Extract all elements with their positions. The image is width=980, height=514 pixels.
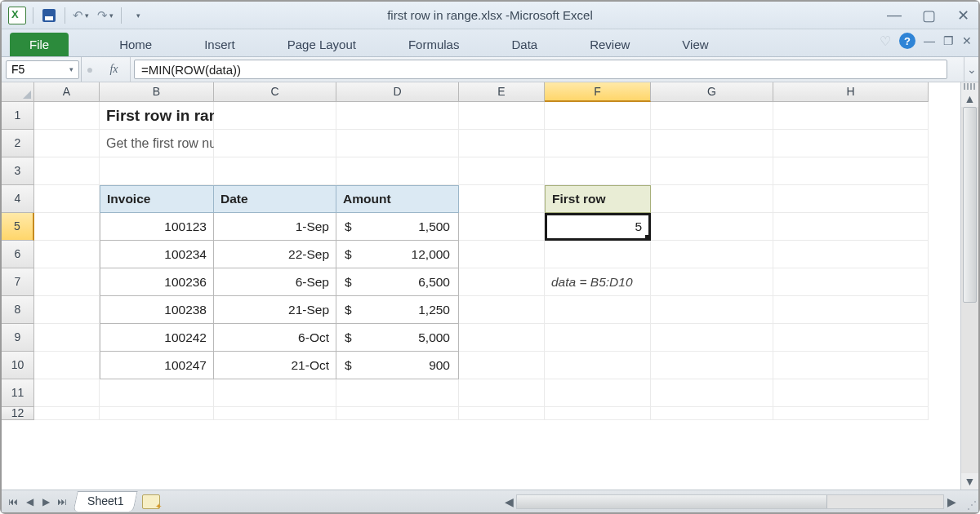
cell[interactable]: [651, 324, 773, 352]
col-header-f[interactable]: F: [545, 82, 651, 102]
file-tab[interactable]: File: [10, 33, 69, 56]
table-cell[interactable]: 1-Sep: [214, 213, 336, 241]
insert-function-button[interactable]: fx: [98, 57, 131, 82]
cell[interactable]: [214, 379, 336, 407]
sheet-nav-first[interactable]: ⏮: [5, 496, 21, 507]
tab-home[interactable]: Home: [111, 33, 160, 56]
result-header[interactable]: First row: [545, 185, 651, 213]
tab-view[interactable]: View: [674, 33, 716, 56]
close-button[interactable]: ✕: [954, 7, 972, 24]
tab-page-layout[interactable]: Page Layout: [279, 33, 364, 56]
cell[interactable]: [34, 185, 100, 213]
cell[interactable]: [34, 213, 100, 241]
cell[interactable]: [34, 157, 100, 185]
cell[interactable]: [459, 213, 545, 241]
scroll-down-icon[interactable]: ▼: [961, 473, 978, 490]
table-cell[interactable]: 6-Oct: [214, 324, 336, 352]
row-header[interactable]: 12: [2, 407, 34, 420]
table-cell[interactable]: $900: [336, 352, 459, 379]
title-cell[interactable]: First row in range: [100, 102, 214, 130]
cell[interactable]: [214, 407, 336, 420]
cell[interactable]: [34, 352, 100, 379]
cell[interactable]: [459, 241, 545, 268]
col-header-b[interactable]: B: [100, 82, 214, 102]
cell[interactable]: [773, 185, 929, 213]
cell[interactable]: [100, 157, 214, 185]
workbook-minimize[interactable]: —: [924, 34, 935, 47]
row-header[interactable]: 6: [2, 241, 34, 268]
cell[interactable]: [773, 241, 929, 268]
col-header-h[interactable]: H: [773, 82, 929, 102]
redo-button[interactable]: ↷▾: [96, 7, 114, 24]
cell[interactable]: [34, 102, 100, 130]
cell[interactable]: [545, 407, 651, 420]
tab-insert[interactable]: Insert: [196, 33, 243, 56]
resize-grip-icon[interactable]: ⋰: [967, 499, 977, 511]
scroll-thumb[interactable]: [963, 107, 977, 303]
cell[interactable]: [459, 352, 545, 379]
table-header-amount[interactable]: Amount: [336, 185, 459, 213]
tab-review[interactable]: Review: [581, 33, 638, 56]
table-cell[interactable]: 100234: [100, 241, 214, 268]
cell[interactable]: [773, 157, 929, 185]
table-header-invoice[interactable]: Invoice: [100, 185, 214, 213]
table-cell[interactable]: 100236: [100, 268, 214, 296]
horizontal-scrollbar[interactable]: ◀ ▶: [501, 494, 959, 509]
cell[interactable]: [34, 241, 100, 268]
row-header[interactable]: 7: [2, 268, 34, 296]
col-header-g[interactable]: G: [651, 82, 773, 102]
cell[interactable]: [545, 379, 651, 407]
sheet-tab[interactable]: Sheet1: [73, 491, 138, 512]
undo-button[interactable]: ↶▾: [72, 7, 90, 24]
cell[interactable]: [651, 296, 773, 324]
cell[interactable]: [651, 102, 773, 130]
cell[interactable]: [336, 130, 459, 157]
cell[interactable]: [545, 241, 651, 268]
cell[interactable]: [651, 185, 773, 213]
col-header-c[interactable]: C: [214, 82, 336, 102]
cell[interactable]: [651, 268, 773, 296]
sheet-nav-last[interactable]: ⏭: [54, 496, 70, 507]
cell[interactable]: [545, 352, 651, 379]
subtitle-cell[interactable]: Get the first row number in the range: [100, 130, 214, 157]
cell[interactable]: [651, 352, 773, 379]
tab-data[interactable]: Data: [503, 33, 546, 56]
split-handle[interactable]: [964, 83, 976, 90]
sheet-nav-next[interactable]: ▶: [38, 496, 54, 507]
row-header[interactable]: 10: [2, 352, 34, 379]
cell[interactable]: [34, 268, 100, 296]
workbook-restore[interactable]: ❐: [943, 34, 954, 47]
cell[interactable]: [34, 296, 100, 324]
name-box[interactable]: F5 ▾: [2, 57, 82, 82]
row-header[interactable]: 11: [2, 379, 34, 407]
cell[interactable]: [545, 324, 651, 352]
maximize-button[interactable]: ▢: [920, 7, 938, 24]
sheet-nav-prev[interactable]: ◀: [21, 496, 38, 507]
table-cell[interactable]: 21-Sep: [214, 296, 336, 324]
table-cell[interactable]: $1,250: [336, 296, 459, 324]
row-header[interactable]: 8: [2, 296, 34, 324]
row-header[interactable]: 2: [2, 130, 34, 157]
cell[interactable]: [773, 407, 929, 420]
table-cell[interactable]: 100247: [100, 352, 214, 379]
cell[interactable]: [459, 296, 545, 324]
result-cell[interactable]: 5: [545, 213, 651, 241]
cell[interactable]: [651, 130, 773, 157]
table-cell[interactable]: 6-Sep: [214, 268, 336, 296]
cell[interactable]: [545, 157, 651, 185]
table-cell[interactable]: 100242: [100, 324, 214, 352]
table-cell[interactable]: 21-Oct: [214, 352, 336, 379]
cell[interactable]: [459, 157, 545, 185]
cell[interactable]: [651, 157, 773, 185]
new-sheet-button[interactable]: [142, 494, 160, 509]
scroll-left-icon[interactable]: ◀: [501, 495, 516, 508]
cell[interactable]: [651, 241, 773, 268]
excel-app-icon[interactable]: [8, 7, 26, 24]
formula-input[interactable]: =MIN(ROW(data)): [134, 60, 947, 79]
tab-formulas[interactable]: Formulas: [400, 33, 468, 56]
row-header[interactable]: 9: [2, 324, 34, 352]
cell[interactable]: [651, 407, 773, 420]
table-cell[interactable]: $12,000: [336, 241, 459, 268]
cell[interactable]: [545, 296, 651, 324]
cell[interactable]: [336, 407, 459, 420]
